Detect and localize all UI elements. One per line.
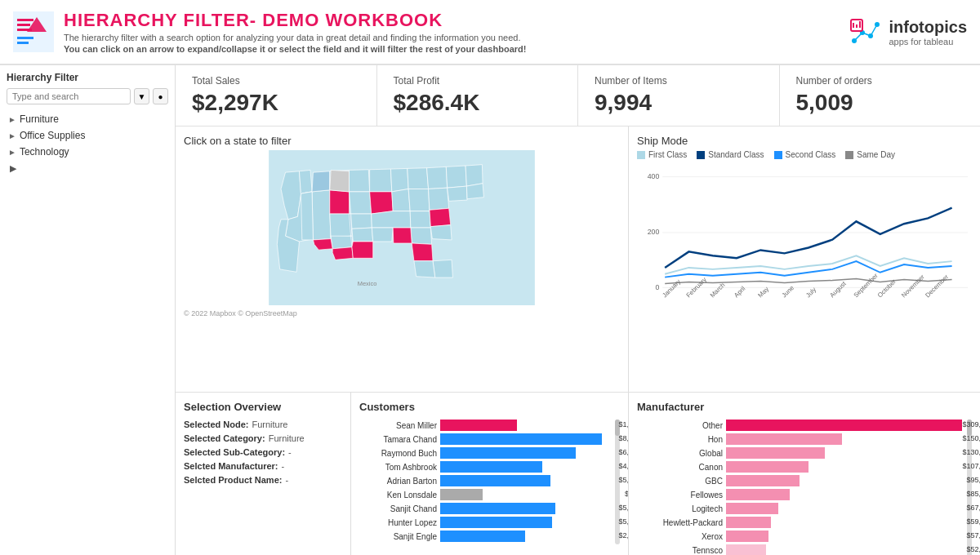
manufacturer-bar-fill xyxy=(726,531,768,542)
kpi-total-profit: Total Profit $286.4K xyxy=(377,65,579,126)
state-wi[interactable] xyxy=(370,169,392,192)
tree-label-office-supplies: Office Supplies xyxy=(20,130,86,141)
manufacturer-bar-row: Tennsco $52,663 xyxy=(637,544,962,555)
state-mn[interactable] xyxy=(350,170,370,192)
state-ny[interactable] xyxy=(446,166,466,188)
settings-button[interactable]: ● xyxy=(153,88,168,104)
linechart-svg: 400 200 0 xyxy=(637,162,972,301)
month-dec: December xyxy=(924,273,950,299)
kpi-orders: Number of orders 5,009 xyxy=(780,65,981,126)
customer-bar-value: $5,622 xyxy=(618,517,629,526)
header: HIERARCHY FILTER- DEMO WORKBOOK The hier… xyxy=(0,0,980,65)
sel-node-label: Selected Node: xyxy=(184,420,248,429)
manufacturer-bar-row: Global $130,265 xyxy=(637,447,962,459)
state-sc[interactable] xyxy=(430,225,452,240)
legend-dot-sameday xyxy=(845,151,853,159)
manufacturer-bar-value: $95,630 xyxy=(966,476,980,484)
state-mi-l[interactable] xyxy=(390,168,408,192)
state-ms2[interactable] xyxy=(372,228,393,242)
filter-button[interactable]: ▼ xyxy=(134,88,149,104)
search-row: ▼ ● xyxy=(7,88,168,104)
state-ms[interactable] xyxy=(411,228,432,244)
state-al[interactable] xyxy=(393,228,412,243)
bottom-row: Selection Overview Selected Node: Furnit… xyxy=(176,392,980,555)
state-ne2[interactable] xyxy=(466,165,483,186)
tree-label-technology: Technology xyxy=(20,146,69,158)
state-id-bot[interactable] xyxy=(301,192,314,240)
state-co[interactable] xyxy=(330,214,351,238)
state-ky[interactable] xyxy=(372,211,411,228)
tree-item-furniture[interactable]: ► Furniture xyxy=(7,111,168,127)
selection-overview-title: Selection Overview xyxy=(184,401,342,413)
customer-name: Ken Lonsdale xyxy=(359,491,437,500)
state-tx[interactable] xyxy=(332,247,353,260)
manufacturer-bar-fill xyxy=(726,461,808,473)
customer-bar-row: Raymond Buch $6,976 xyxy=(359,447,610,459)
state-oh[interactable] xyxy=(408,168,429,189)
sel-cat-label: Selected Category: xyxy=(184,433,265,443)
state-nc[interactable] xyxy=(430,208,451,226)
state-fl[interactable] xyxy=(433,260,452,278)
state-nm[interactable] xyxy=(331,236,352,249)
customer-bar-value: $5,757 xyxy=(618,504,629,512)
customer-bar-track: $807 xyxy=(440,489,610,500)
month-apr: April xyxy=(733,285,747,300)
customer-name: Sanjit Chand xyxy=(359,504,437,513)
state-pa[interactable] xyxy=(427,166,448,189)
state-mo[interactable] xyxy=(351,214,372,229)
month-jan: January xyxy=(661,278,682,299)
customer-bar-value: $6,976 xyxy=(618,448,629,456)
customer-bar-row: Tamara Chand $8,981 xyxy=(359,433,610,445)
sel-subcat-value: - xyxy=(288,447,292,457)
sel-product: Selcted Product Name: - xyxy=(184,475,342,485)
header-text: HIERARCHY FILTER- DEMO WORKBOOK The hier… xyxy=(64,10,526,54)
state-fl2[interactable] xyxy=(414,261,435,278)
customer-bar-track: $2,651 xyxy=(440,531,610,542)
state-nv[interactable] xyxy=(312,190,331,240)
linechart-title: Ship Mode xyxy=(637,135,972,147)
y-label-200: 200 xyxy=(648,228,660,236)
state-mt2[interactable] xyxy=(330,170,350,191)
state-ga[interactable] xyxy=(412,243,433,261)
customer-bar-value: $1,981 xyxy=(618,420,629,428)
month-nov: November xyxy=(900,273,926,299)
state-in[interactable] xyxy=(392,189,410,211)
chevron-right-icon: ► xyxy=(8,115,16,124)
tree-item-technology[interactable]: ► Technology xyxy=(7,144,168,160)
customer-bar-fill xyxy=(440,433,602,445)
sidebar: Hierarchy Filter ▼ ● ► Furniture ► Offic… xyxy=(0,65,176,555)
legend-same-day: Same Day xyxy=(845,150,895,159)
state-wy[interactable] xyxy=(330,190,350,214)
state-tn[interactable] xyxy=(410,211,430,228)
kpi-label-items: Number of Items xyxy=(595,75,763,87)
customer-bar-fill xyxy=(440,447,576,459)
manufacturer-bar-value: $150,146 xyxy=(962,434,980,442)
manufacturer-name: Global xyxy=(637,449,723,458)
map-area[interactable]: Mexico © 2022 Mapbox © OpenStreetMap xyxy=(184,150,620,384)
state-mt[interactable] xyxy=(312,171,330,192)
month-aug: August xyxy=(828,279,848,299)
state-tx2[interactable] xyxy=(352,242,373,258)
customer-name: Hunter Lopez xyxy=(359,518,437,527)
manufacturer-bar-fill xyxy=(726,447,825,459)
usa-map-svg[interactable]: Mexico xyxy=(184,150,620,305)
state-wv[interactable] xyxy=(408,189,430,211)
manufacturer-bar-track: $150,146 xyxy=(726,433,962,445)
state-ct[interactable] xyxy=(466,184,483,199)
header-left: HIERARCHY FILTER- DEMO WORKBOOK The hier… xyxy=(13,10,526,54)
state-nj[interactable] xyxy=(448,186,467,201)
tree-item-office-supplies[interactable]: ► Office Supplies xyxy=(7,127,168,144)
customer-bar-fill xyxy=(440,420,517,431)
state-id-top[interactable] xyxy=(299,170,312,194)
svg-rect-5 xyxy=(17,42,29,44)
manufacturer-bar-row: Hewlett-Packard $59,433 xyxy=(637,517,962,528)
state-il[interactable] xyxy=(370,192,394,214)
customer-bar-track: $4,704 xyxy=(440,461,610,473)
customer-bar-value: $2,651 xyxy=(618,531,629,539)
state-ia[interactable] xyxy=(350,192,372,214)
search-input[interactable] xyxy=(7,88,131,104)
month-jun: June xyxy=(781,284,795,299)
manufacturer-bar-row: Logitech $67,371 xyxy=(637,503,962,514)
state-va[interactable] xyxy=(429,188,449,210)
state-ar[interactable] xyxy=(352,228,373,242)
